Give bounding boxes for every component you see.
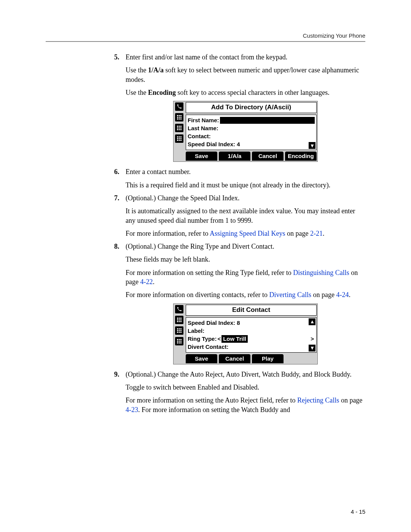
- svg-rect-19: [179, 136, 180, 137]
- ring-next-icon[interactable]: >: [310, 335, 315, 343]
- speed-dial-label: Speed Dial Index: 4: [188, 141, 240, 148]
- svg-rect-27: [177, 318, 178, 319]
- step-8: 8. (Optional.) Change the Ring Type and …: [114, 242, 365, 364]
- svg-rect-22: [179, 138, 180, 139]
- svg-rect-33: [177, 321, 178, 322]
- screen-title: Edit Contact: [186, 305, 317, 316]
- svg-rect-0: [177, 115, 178, 116]
- softkey-save[interactable]: Save: [186, 152, 217, 161]
- keypad-icon: [175, 113, 183, 121]
- speed-dial-label: Speed Dial Index: 8: [188, 319, 240, 327]
- page-number: 4 - 15: [351, 508, 365, 515]
- step-number: 7.: [114, 193, 119, 203]
- step-6: 6. Enter a contact number. This is a req…: [114, 167, 365, 190]
- step-list: 5. Enter first and/or last name of the c…: [114, 53, 365, 414]
- svg-rect-43: [179, 332, 180, 333]
- link-diverting-calls[interactable]: Diverting Calls: [269, 291, 311, 299]
- svg-rect-44: [180, 332, 182, 333]
- step-text: It is automatically assigned to the next…: [126, 206, 365, 225]
- scroll-down-icon[interactable]: ▾: [309, 142, 315, 149]
- step-text: For more information on setting the Auto…: [126, 396, 365, 414]
- label-row: Label:: [188, 327, 315, 335]
- svg-rect-20: [180, 136, 182, 137]
- keypad-icon: [175, 124, 183, 132]
- svg-rect-24: [177, 140, 178, 141]
- first-name-label: First Name:: [188, 117, 219, 124]
- link-page-4-24[interactable]: 4-24: [336, 291, 349, 299]
- svg-rect-48: [177, 340, 178, 342]
- softkey-mode[interactable]: 1/A/a: [219, 152, 250, 161]
- ring-type-value: Low Trill: [221, 335, 248, 343]
- svg-rect-52: [179, 342, 180, 343]
- figure-add-to-directory: Add To Directory (A/Ascii) First Name: L…: [173, 101, 318, 162]
- scroll-up-icon[interactable]: ▴: [309, 318, 315, 325]
- link-page-4-22[interactable]: 4-22: [140, 278, 153, 286]
- speed-dial-row: Speed Dial Index: 8: [188, 319, 315, 327]
- link-distinguishing-calls[interactable]: Distinguishing Calls: [293, 269, 349, 276]
- phone-icon: [175, 102, 183, 111]
- keypad-icon: [175, 316, 183, 324]
- step-text: Enter a contact number.: [126, 167, 365, 176]
- step-number: 5.: [114, 53, 119, 62]
- svg-rect-32: [180, 319, 182, 320]
- first-name-input[interactable]: [220, 117, 315, 124]
- step-text: Use the Encoding soft key to access spec…: [126, 88, 365, 97]
- link-rejecting-calls[interactable]: Rejecting Calls: [297, 396, 339, 404]
- softkey-save[interactable]: Save: [186, 354, 217, 363]
- svg-rect-39: [177, 330, 178, 331]
- ring-prev-icon[interactable]: <: [217, 335, 221, 343]
- link-page-2-21[interactable]: 2-21: [310, 230, 323, 237]
- body-content: 5. Enter first and/or last name of the c…: [114, 53, 365, 414]
- keypad-icon: [175, 326, 183, 335]
- keypad-icon: [175, 134, 183, 143]
- step-number: 6.: [114, 167, 119, 176]
- last-name-label: Last Name:: [188, 125, 218, 132]
- svg-rect-18: [177, 136, 178, 137]
- step-text: Use the 1/A/a soft key to select between…: [126, 66, 365, 84]
- step-number: 9.: [114, 370, 119, 379]
- contact-label: Contact:: [188, 133, 211, 140]
- softkey-cancel[interactable]: Cancel: [252, 152, 284, 161]
- first-name-row: First Name:: [188, 117, 315, 124]
- form-area: First Name: Last Name: Contact:: [186, 115, 317, 150]
- step-text: These fields may be left blank.: [126, 255, 365, 264]
- svg-rect-45: [177, 339, 178, 340]
- softkey-cancel[interactable]: Cancel: [219, 354, 250, 363]
- softkey-play[interactable]: Play: [252, 354, 284, 363]
- step-text: For more information, refer to Assigning…: [126, 229, 365, 238]
- speed-dial-row: Speed Dial Index: 4: [188, 141, 315, 148]
- form-area: ▴ Speed Dial Index: 8 Label: Ring Type: …: [186, 317, 317, 353]
- svg-rect-38: [180, 328, 182, 329]
- softkey-row: Save 1/A/a Cancel Encoding: [186, 152, 317, 161]
- link-assigning-speed-dial[interactable]: Assigning Speed Dial Keys: [210, 230, 285, 237]
- line-key-sidebar: [174, 101, 185, 161]
- ring-type-row: Ring Type: < Low Trill >: [188, 335, 315, 343]
- link-page-4-23[interactable]: 4-23: [126, 406, 138, 414]
- running-header: Customizing Your Phone: [46, 32, 365, 39]
- page: Customizing Your Phone 5. Enter first an…: [0, 0, 411, 532]
- scroll-down-icon[interactable]: ▾: [309, 345, 315, 351]
- step-text: This is a required field and it must be …: [126, 181, 365, 190]
- phone-screen: Add To Directory (A/Ascii) First Name: L…: [173, 101, 318, 162]
- step-text: For more information on diverting contac…: [126, 290, 365, 299]
- svg-rect-42: [177, 332, 178, 333]
- svg-rect-40: [179, 330, 180, 331]
- header-rule: [46, 41, 365, 42]
- svg-rect-17: [180, 129, 182, 130]
- svg-rect-3: [177, 117, 178, 118]
- svg-rect-28: [179, 318, 180, 319]
- step-5: 5. Enter first and/or last name of the c…: [114, 53, 365, 162]
- svg-rect-49: [179, 340, 180, 342]
- svg-rect-25: [179, 140, 180, 141]
- svg-rect-35: [180, 321, 182, 322]
- svg-rect-10: [179, 126, 180, 127]
- svg-rect-46: [179, 339, 180, 340]
- svg-rect-31: [179, 319, 180, 320]
- softkey-encoding[interactable]: Encoding: [285, 152, 317, 161]
- step-7: 7. (Optional.) Change the Speed Dial Ind…: [114, 193, 365, 238]
- svg-rect-30: [177, 319, 178, 320]
- svg-rect-23: [180, 138, 182, 139]
- svg-rect-5: [180, 117, 182, 118]
- step-text: (Optional.) Change the Auto Reject, Auto…: [126, 370, 365, 379]
- svg-rect-12: [177, 128, 178, 129]
